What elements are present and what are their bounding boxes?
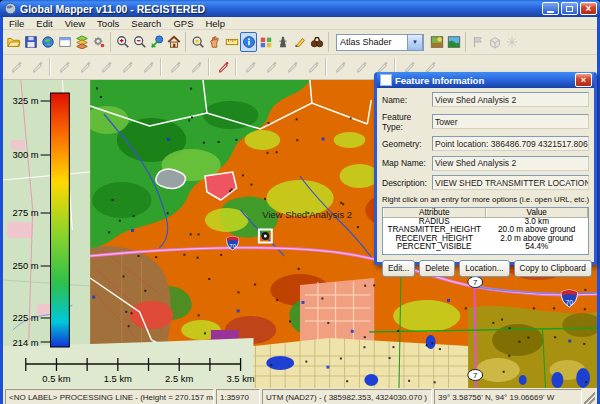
- dialog-close-button[interactable]: ×: [575, 73, 592, 87]
- create-range-ring-button[interactable]: [239, 57, 260, 77]
- description-field[interactable]: VIEW SHED TRANSMITTER LOCATION: [432, 175, 589, 190]
- lightning-link-button[interactable]: [503, 32, 520, 52]
- table-row[interactable]: RADIUS3.0 km: [383, 218, 588, 227]
- toolbar-separator: [208, 58, 210, 76]
- chevron-down-icon[interactable]: ▼: [407, 34, 423, 51]
- status-projection: UTM (NAD27) - ( 385982.353, 4324030.070 …: [262, 389, 432, 404]
- name-field[interactable]: View Shed Analysis 2: [432, 92, 589, 107]
- create-area-button[interactable]: [53, 57, 74, 77]
- menu-help[interactable]: Help: [199, 18, 231, 29]
- svg-text:70: 70: [229, 243, 236, 249]
- attribute-table: Attribute Value RADIUS3.0 km TRANSMITTER…: [382, 207, 589, 255]
- home-view-button[interactable]: [165, 32, 182, 52]
- flag-tool-button[interactable]: [469, 32, 486, 52]
- split-line-button[interactable]: [137, 57, 158, 77]
- svg-text:325 m: 325 m: [13, 95, 39, 106]
- edit-vertices-button[interactable]: [74, 57, 95, 77]
- open-file-button[interactable]: [5, 32, 22, 52]
- table-row[interactable]: PERCENT_VISIBLE54.4%: [383, 243, 588, 252]
- table-row[interactable]: TRANSMITTER_HEIGHT20.0 m above ground: [383, 226, 588, 235]
- create-buffer-button[interactable]: [260, 57, 281, 77]
- download-online-data-button[interactable]: [39, 32, 56, 52]
- svg-text:275 m: 275 m: [13, 207, 39, 218]
- configure-button[interactable]: [90, 32, 107, 52]
- feature-info-tool-button[interactable]: [240, 32, 257, 52]
- overlay-control-center-button[interactable]: [73, 32, 90, 52]
- dialog-title: Feature Information: [395, 75, 575, 86]
- window-title: Global Mapper v11.00 - REGISTERED: [20, 3, 542, 15]
- copy-feature-button[interactable]: [281, 57, 302, 77]
- rotate-feature-button[interactable]: [116, 57, 137, 77]
- zoom-full-extent-button[interactable]: [148, 32, 165, 52]
- maximize-button[interactable]: [561, 2, 578, 15]
- menu-gps[interactable]: GPS: [167, 18, 199, 29]
- paste-feature-button[interactable]: [302, 57, 323, 77]
- path-profile-button[interactable]: [274, 32, 291, 52]
- menu-search[interactable]: Search: [125, 18, 167, 29]
- color-coverage-button[interactable]: [257, 32, 274, 52]
- geometry-field[interactable]: Point location: 386486.709 4321517.806 (…: [432, 136, 589, 151]
- status-scale: 1:35970: [216, 389, 260, 404]
- measure-tool-button[interactable]: [223, 32, 240, 52]
- status-message: <NO LABEL> PROCESSING LINE - (Height = 2…: [5, 389, 214, 404]
- copy-to-clipboard-button[interactable]: Copy to Clipboard: [514, 260, 592, 277]
- delete-button[interactable]: Delete: [419, 260, 455, 277]
- create-point-button[interactable]: [5, 57, 26, 77]
- red-pen-tool-button[interactable]: [212, 57, 233, 77]
- map-name-field[interactable]: View Shed Analysis 2: [432, 156, 589, 171]
- menu-view[interactable]: View: [59, 18, 91, 29]
- resize-grip[interactable]: [584, 389, 595, 404]
- water-display-options-button[interactable]: [445, 32, 462, 52]
- menu-file[interactable]: File: [3, 18, 30, 29]
- location-button[interactable]: Location...: [459, 260, 509, 277]
- search-button[interactable]: [308, 32, 325, 52]
- app-icon: [4, 2, 17, 15]
- dialog-title-bar[interactable]: Feature Information ×: [377, 72, 594, 88]
- zoom-in-button[interactable]: [114, 32, 131, 52]
- move-feature-button[interactable]: [95, 57, 116, 77]
- menu-tools[interactable]: Tools: [91, 18, 125, 29]
- table-row[interactable]: RECEIVER_HEIGHT2.0 m above ground: [383, 235, 588, 244]
- edit-button[interactable]: Edit...: [382, 260, 415, 277]
- svg-text:300 m: 300 m: [13, 149, 39, 160]
- svg-text:7: 7: [473, 371, 478, 380]
- delete-feature-button[interactable]: [329, 57, 350, 77]
- svg-text:70: 70: [565, 299, 573, 306]
- menu-bar: File Edit View Tools Search GPS Help: [3, 17, 597, 30]
- svg-text:214 m: 214 m: [13, 337, 39, 348]
- svg-text:250 m: 250 m: [13, 260, 39, 271]
- toolbar-row1: Atlas Shader ▼: [3, 30, 597, 55]
- undo-edit-button[interactable]: [350, 57, 371, 77]
- svg-text:1.5 km: 1.5 km: [104, 373, 132, 384]
- digitizer-tool-button[interactable]: [291, 32, 308, 52]
- svg-text:7: 7: [473, 278, 478, 287]
- view-3d-button[interactable]: [486, 32, 503, 52]
- title-bar: Global Mapper v11.00 - REGISTERED ×: [0, 0, 600, 17]
- zoom-out-button[interactable]: [131, 32, 148, 52]
- svg-text:2.5 km: 2.5 km: [165, 373, 193, 384]
- save-workspace-button[interactable]: [22, 32, 39, 52]
- attribute-table-header: Attribute Value: [383, 208, 588, 218]
- svg-text:225 m: 225 m: [13, 312, 39, 323]
- snap-tool-button[interactable]: [185, 57, 206, 77]
- geometry-label: Geometry:: [382, 139, 432, 149]
- shader-options-button[interactable]: [428, 32, 445, 52]
- feature-type-label: Feature Type:: [382, 112, 432, 132]
- svg-text:0.5 km: 0.5 km: [42, 373, 70, 384]
- close-button[interactable]: ×: [580, 2, 597, 15]
- menu-edit[interactable]: Edit: [30, 18, 58, 29]
- map-layout-button[interactable]: [56, 32, 73, 52]
- app-window: Global Mapper v11.00 - REGISTERED × File…: [0, 0, 600, 404]
- create-line-button[interactable]: [26, 57, 47, 77]
- join-lines-button[interactable]: [164, 57, 185, 77]
- shader-select[interactable]: Atlas Shader ▼: [336, 34, 424, 51]
- status-position: 39° 3.58756' N, 94° 19.06669' W: [434, 389, 582, 404]
- toolbar-separator: [49, 58, 51, 76]
- feature-type-field[interactable]: Tower: [432, 114, 589, 129]
- shader-select-value: Atlas Shader: [337, 37, 407, 47]
- dialog-icon: [380, 74, 392, 86]
- value-column-header: Value: [486, 208, 589, 217]
- zoom-tool-button[interactable]: [189, 32, 206, 52]
- minimize-button[interactable]: [542, 2, 559, 15]
- pan-tool-button[interactable]: [206, 32, 223, 52]
